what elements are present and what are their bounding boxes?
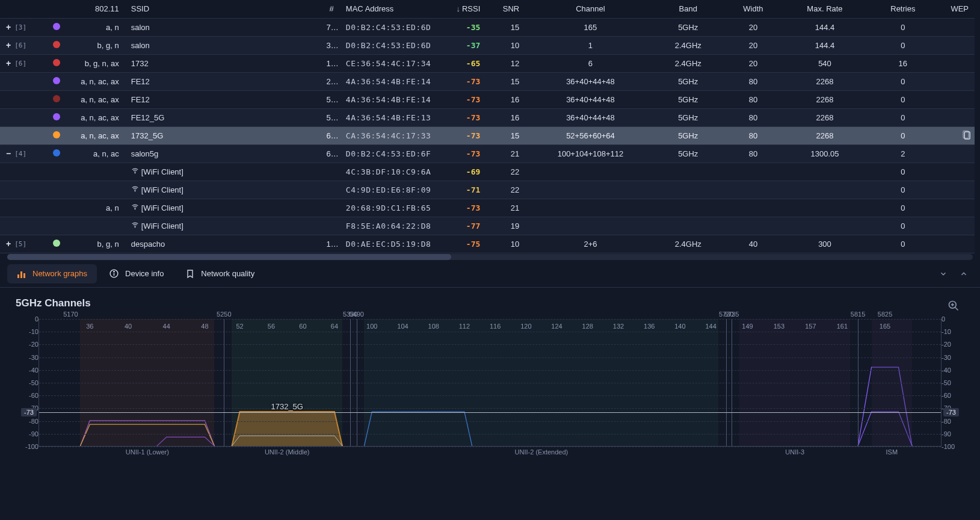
- wifi-icon: [131, 185, 139, 193]
- cell-band: [656, 199, 721, 217]
- cell-retries: 0: [864, 72, 942, 90]
- col-snr[interactable]: SNR: [486, 0, 525, 18]
- cell-snr: 15: [486, 72, 525, 90]
- tab-label: Network graphs: [32, 269, 87, 278]
- table-row[interactable]: a, n, ac, axFE12_5G544A:36:54:4B:FE:13-7…: [0, 108, 975, 126]
- cell-snr: 10: [486, 235, 525, 253]
- freq-label: 5815: [851, 311, 865, 318]
- scrollbar-thumb[interactable]: [7, 254, 451, 260]
- cell-ssid: salon: [125, 18, 321, 36]
- chart-area[interactable]: 0-10-20-30-40-50-60-70-80-90-100 0-10-20…: [16, 319, 964, 457]
- table-row[interactable]: +[3]a, nsalon70D0:B2:C4:53:ED:6D-3515165…: [0, 18, 975, 36]
- region-label: UNII-1 (Lower): [126, 448, 169, 456]
- col-count[interactable]: #: [320, 0, 339, 18]
- col-channel[interactable]: Channel: [525, 0, 655, 18]
- cell-mode: a, n: [66, 199, 125, 217]
- svg-line-13: [955, 308, 958, 311]
- col-mode[interactable]: 802.11: [66, 0, 125, 18]
- svg-point-11: [114, 271, 114, 272]
- col-retries[interactable]: Retries: [864, 0, 942, 18]
- table-row[interactable]: [WiFi Client]F8:5E:A0:64:22:D8-77190: [0, 217, 975, 235]
- channel-label: 64: [331, 323, 338, 330]
- tab-network-graphs[interactable]: Network graphs: [7, 264, 97, 283]
- expand-button[interactable]: +[6]: [6, 40, 26, 50]
- region-label: UNII-2 (Middle): [265, 448, 310, 456]
- horizontal-scrollbar[interactable]: [7, 254, 973, 260]
- svg-point-3: [135, 227, 135, 228]
- col-wep[interactable]: WEP: [942, 0, 975, 18]
- channel-label: 112: [459, 323, 470, 330]
- cell-width: 40: [721, 235, 786, 253]
- col-rate[interactable]: Max. Rate: [786, 0, 864, 18]
- col-expand[interactable]: [0, 0, 47, 18]
- cell-mode: a, n, ac, ax: [66, 72, 125, 90]
- channel-label: 60: [299, 323, 306, 330]
- collapse-up-button[interactable]: [955, 265, 973, 283]
- expand-button[interactable]: −[4]: [6, 149, 26, 158]
- cell-mode: b, g, n: [66, 235, 125, 253]
- cell-width: 80: [721, 108, 786, 126]
- cell-rssi: -73: [447, 144, 486, 162]
- sort-indicator-icon: ↓: [456, 4, 460, 13]
- col-width[interactable]: Width: [721, 0, 786, 18]
- chart-region: [364, 319, 718, 446]
- child-count: [4]: [14, 150, 26, 158]
- table-row[interactable]: a, n, ac, axFE12504A:36:54:4B:FE:14-7316…: [0, 90, 975, 108]
- chart-region: [872, 319, 912, 446]
- cell-mac: 4A:36:54:4B:FE:14: [340, 90, 448, 108]
- copy-row-button[interactable]: [957, 126, 976, 144]
- cell-ssid: salon5g: [125, 144, 321, 162]
- zoom-button[interactable]: [945, 297, 962, 314]
- cell-width: 80: [721, 72, 786, 90]
- cell-retries: 0: [864, 235, 942, 253]
- cell-mode: [66, 162, 125, 181]
- expand-button[interactable]: +[6]: [6, 58, 26, 68]
- expand-button[interactable]: +[5]: [6, 239, 26, 249]
- collapse-down-button[interactable]: [934, 265, 952, 283]
- cell-mac: F8:5E:A0:64:22:D8: [340, 217, 448, 235]
- cell-width: [721, 217, 786, 235]
- table-row[interactable]: a, n, ac, axFE12224A:36:54:4B:FE:14-7315…: [0, 72, 975, 90]
- table-row[interactable]: −[4]a, n, acsalon5g67D0:B2:C4:53:ED:6F-7…: [0, 144, 975, 162]
- expand-button[interactable]: +[3]: [6, 22, 26, 32]
- channel-label: 157: [805, 323, 816, 330]
- child-count: [6]: [14, 42, 26, 49]
- color-dot-icon: [53, 77, 60, 84]
- selected-network-label: 1732_5G: [271, 402, 303, 411]
- color-dot-icon: [53, 131, 60, 138]
- color-dot-icon: [53, 149, 60, 156]
- info-icon: [109, 268, 119, 279]
- col-band[interactable]: Band: [656, 0, 721, 18]
- cell-rssi: -77: [447, 217, 486, 235]
- cell-width: 20: [721, 18, 786, 36]
- cell-channel: [525, 162, 655, 181]
- region-label: UNII-2 (Extended): [515, 448, 569, 456]
- networks-table-scroll[interactable]: 802.11 SSID # MAC Address ↓RSSI SNR Chan…: [0, 0, 980, 254]
- table-row[interactable]: +[5]b, g, ndespacho15D0:AE:EC:D5:19:D8-7…: [0, 235, 975, 253]
- col-rssi[interactable]: ↓RSSI: [447, 0, 486, 18]
- tab-device-info[interactable]: Device info: [99, 264, 173, 283]
- cell-retries: 0: [864, 90, 942, 108]
- cell-snr: 12: [486, 54, 525, 72]
- cell-mode: a, n: [66, 18, 125, 36]
- svg-rect-6: [17, 274, 19, 278]
- col-color[interactable]: [47, 0, 66, 18]
- col-ssid[interactable]: SSID: [125, 0, 321, 18]
- tab-label: Device info: [125, 269, 164, 278]
- table-row[interactable]: +[6]b, g, n, ax173214CE:36:54:4C:17:34-6…: [0, 54, 975, 72]
- chart-plot[interactable]: UNII-1 (Lower)UNII-2 (Middle)UNII-2 (Ext…: [39, 319, 941, 447]
- cell-rssi: -35: [447, 18, 486, 36]
- table-row[interactable]: +[6]b, g, nsalon34D0:B2:C4:53:ED:6D-3710…: [0, 36, 975, 54]
- table-row[interactable]: [WiFi Client]4C:3B:DF:10:C9:6A-69220: [0, 162, 975, 181]
- col-mac[interactable]: MAC Address: [340, 0, 448, 18]
- cell-retries: 0: [864, 217, 942, 235]
- table-row[interactable]: a, n[WiFi Client]20:68:9D:C1:FB:65-73210: [0, 199, 975, 217]
- channel-label: 56: [268, 323, 275, 330]
- table-row[interactable]: a, n, ac, ax1732_5G62CA:36:54:4C:17:33-7…: [0, 126, 975, 144]
- cell-channel: 165: [525, 18, 655, 36]
- cell-rate: 540: [786, 54, 864, 72]
- cell-channel: 36+40+44+48: [525, 90, 655, 108]
- cell-width: 80: [721, 126, 786, 144]
- tab-network-quality[interactable]: Network quality: [176, 264, 264, 283]
- table-row[interactable]: [WiFi Client]C4:9D:ED:E6:8F:09-71220: [0, 181, 975, 199]
